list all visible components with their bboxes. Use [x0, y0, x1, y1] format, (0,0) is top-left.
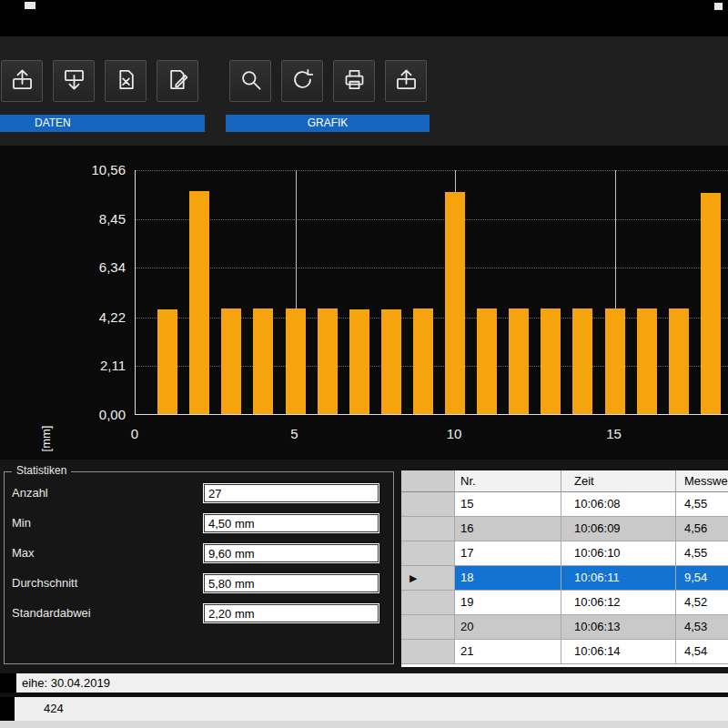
titlebar-fragment — [25, 2, 35, 9]
chart-bar[interactable] — [605, 308, 625, 414]
cell-nr[interactable]: 20 — [455, 615, 561, 640]
chart-bar[interactable] — [541, 308, 561, 414]
chart-bar[interactable] — [349, 309, 369, 414]
statusbar-bottom-text: 424 — [44, 702, 64, 715]
row-selector-cell[interactable]: ▶ — [401, 566, 455, 591]
selector-column-header[interactable] — [401, 470, 455, 492]
chart-bar[interactable] — [189, 191, 209, 414]
stat-row: Durchschnitt — [5, 573, 393, 593]
refresh-button[interactable] — [281, 60, 323, 102]
cell-zeit[interactable]: 10:06:14 — [561, 640, 676, 664]
chart-bar[interactable] — [509, 308, 529, 414]
horizontal-gridline — [136, 170, 728, 171]
print-button[interactable] — [333, 60, 375, 102]
magnifier-icon — [238, 67, 263, 96]
edit-document-button[interactable] — [157, 60, 198, 102]
delete-document-button[interactable] — [105, 60, 147, 102]
statistics-title: Statistiken — [12, 464, 71, 477]
chart-bar[interactable] — [572, 308, 592, 414]
y-axis-tick-label: 10,56 — [62, 162, 126, 177]
chart-bar[interactable] — [318, 308, 338, 414]
chart-bar[interactable] — [286, 308, 306, 414]
cell-nr[interactable]: 17 — [455, 541, 561, 566]
cell-zeit[interactable]: 10:06:13 — [561, 615, 676, 640]
chart-bar[interactable] — [381, 309, 401, 414]
chart-bar[interactable] — [413, 308, 433, 414]
stat-row: Anzahl — [5, 483, 393, 503]
statistics-groupbox: Statistiken AnzahlMinMaxDurchschnittStan… — [4, 471, 394, 664]
chart-bar[interactable] — [445, 192, 465, 414]
table-row[interactable]: 2110:06:144,54 — [401, 640, 728, 664]
stat-row: Max — [5, 543, 393, 563]
row-selector-cell[interactable] — [401, 640, 455, 664]
chart-bar[interactable] — [477, 308, 497, 414]
y-axis-tick-label: 6,34 — [62, 259, 126, 275]
stat-input-standardabwei[interactable] — [203, 603, 379, 623]
table-row[interactable]: 2010:06:134,53 — [401, 615, 728, 640]
save-button[interactable] — [53, 60, 95, 102]
row-selector-cell[interactable] — [401, 541, 455, 566]
cell-nr[interactable]: 16 — [455, 517, 561, 541]
stat-input-max[interactable] — [203, 543, 379, 563]
table-row[interactable]: 1610:06:094,56 — [401, 517, 728, 541]
cell-zeit[interactable]: 10:06:10 — [561, 541, 676, 566]
cell-messwert[interactable]: 4,56 — [676, 517, 728, 541]
column-header-messwert[interactable]: Messwe — [676, 470, 728, 492]
chart-bar[interactable] — [253, 308, 273, 414]
zoom-button[interactable] — [229, 60, 271, 102]
toolbar-group-label-grafik: GRAFIK — [226, 115, 430, 132]
printer-icon — [342, 67, 367, 96]
chart-bar[interactable] — [701, 193, 721, 414]
statusbar-series: eihe: 30.04.2019 — [0, 673, 728, 693]
bottom-strip — [0, 721, 728, 728]
stat-label-max: Max — [12, 546, 35, 560]
toolbar-group-label-daten: DATEN — [0, 115, 205, 132]
cell-zeit[interactable]: 10:06:09 — [561, 517, 676, 541]
row-selector-cell[interactable] — [401, 591, 455, 615]
table-row[interactable]: ▶1810:06:119,54 — [401, 566, 728, 591]
stat-input-min[interactable] — [203, 513, 379, 533]
app-window: DATEN GRAFIK [mm] 0,002,114,226,348,4510… — [0, 0, 728, 728]
cell-messwert[interactable]: 4,54 — [676, 640, 728, 664]
stat-input-durchschnitt[interactable] — [203, 573, 379, 593]
cell-messwert[interactable]: 9,54 — [676, 566, 728, 591]
cell-nr[interactable]: 18 — [455, 566, 561, 591]
cell-messwert[interactable]: 4,52 — [676, 591, 728, 615]
chart-bar[interactable] — [669, 308, 689, 414]
column-header-zeit[interactable]: Zeit — [561, 470, 676, 492]
toolbar: DATEN GRAFIK — [0, 36, 728, 146]
chart-bar[interactable] — [157, 309, 177, 414]
cell-nr[interactable]: 15 — [455, 492, 561, 517]
document-x-icon — [114, 67, 138, 96]
cell-zeit[interactable]: 10:06:08 — [561, 492, 676, 517]
table-row[interactable]: 1510:06:084,55 — [401, 492, 728, 517]
box-arrow-up-icon — [10, 67, 35, 96]
export-button[interactable] — [385, 60, 427, 102]
chart-bar[interactable] — [637, 308, 657, 414]
cell-messwert[interactable]: 4,55 — [676, 541, 728, 566]
stat-row: Min — [5, 513, 393, 533]
box-arrow-down-icon — [62, 67, 86, 96]
table-body: 1510:06:084,551610:06:094,561710:06:104,… — [401, 492, 728, 664]
stat-input-anzahl[interactable] — [203, 483, 379, 503]
table-row[interactable]: 1710:06:104,55 — [401, 541, 728, 566]
cell-messwert[interactable]: 4,53 — [676, 615, 728, 640]
chart-bar[interactable] — [221, 308, 241, 414]
cell-zeit[interactable]: 10:06:12 — [561, 591, 676, 615]
row-selector-cell[interactable] — [401, 615, 455, 640]
row-selector-cell[interactable] — [401, 517, 455, 541]
series-date-text: eihe: 30.04.2019 — [22, 676, 110, 690]
cell-nr[interactable]: 21 — [455, 640, 561, 664]
table-header-row: Nr. Zeit Messwe — [401, 470, 728, 492]
stat-label-min: Min — [12, 516, 31, 530]
cell-messwert[interactable]: 4,55 — [676, 492, 728, 517]
recycle-icon — [290, 67, 315, 96]
stat-label-standardabwei: Standardabwei — [12, 606, 91, 620]
table-row[interactable]: 1910:06:124,52 — [401, 591, 728, 615]
row-selector-cell[interactable] — [401, 492, 455, 517]
cell-nr[interactable]: 19 — [455, 591, 561, 615]
y-axis-tick-label: 2,11 — [62, 358, 126, 373]
column-header-nr[interactable]: Nr. — [455, 470, 561, 492]
load-button[interactable] — [1, 60, 43, 102]
cell-zeit[interactable]: 10:06:11 — [561, 566, 676, 591]
